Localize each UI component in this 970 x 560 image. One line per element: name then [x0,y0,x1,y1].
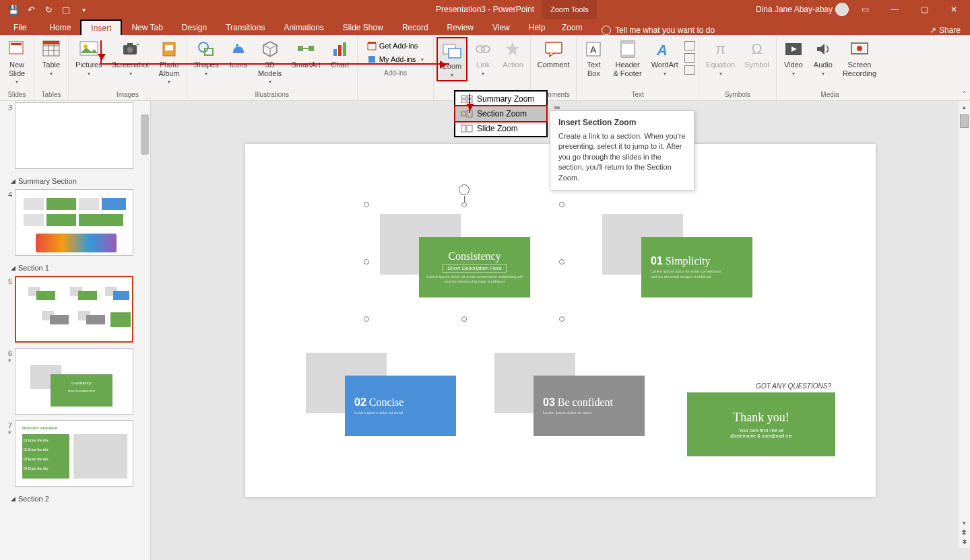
next-slide-icon[interactable]: ⯯ [959,538,970,548]
svg-rect-1 [11,43,22,45]
bulb-icon [602,26,611,35]
zoom-card-consistency[interactable]: Consistency Short Description Here Lorem… [380,214,542,308]
user-avatar[interactable] [835,3,849,16]
ruler-marker [554,106,560,109]
section-header-2[interactable]: ◢Section 2 [0,491,150,505]
get-addins-button[interactable]: Get Add-ins [363,40,428,52]
document-title: Presentation3 - PowerPoint [436,5,534,14]
group-text: A Text Box Header & Footer A WordArt ▾ T… [577,35,699,100]
tab-insert[interactable]: Insert [80,20,122,36]
resize-handle[interactable] [559,202,564,207]
tab-slideshow[interactable]: Slide Show [333,20,393,35]
svg-rect-28 [449,48,461,58]
screen-recording-button[interactable]: Screen Recording [839,37,880,79]
tab-help[interactable]: Help [519,20,555,35]
tab-view[interactable]: View [483,20,519,35]
svg-rect-36 [621,55,635,57]
svg-rect-48 [467,125,472,132]
slide-thumbnail-4[interactable] [15,189,133,256]
resize-handle[interactable] [364,202,369,207]
video-button[interactable]: Video ▾ [779,37,808,79]
tab-design[interactable]: Design [172,20,216,35]
collapse-ribbon-icon[interactable]: ˄ [963,90,966,98]
tab-review[interactable]: Review [438,20,483,35]
shapes-button[interactable]: Shapes ▾ [190,37,223,79]
minimize-icon[interactable]: — [881,0,908,19]
zoom-card-simplicity[interactable]: 01Simplicity Lorem ipsum dolor sit amet … [602,214,764,308]
symbol-icon: Ω [747,39,767,59]
svg-rect-12 [127,43,133,46]
slide-thumbnail-6[interactable]: Consistency Short Description Here [15,348,133,415]
scroll-up-icon[interactable]: ▴ [959,101,970,113]
tab-file[interactable]: File [0,20,40,35]
side-scrollbar-thumb[interactable] [141,114,149,155]
resize-handle[interactable] [461,316,467,322]
resize-handle[interactable] [559,259,564,265]
tab-newtab[interactable]: New Tab [122,20,172,35]
icons-button[interactable]: Icons [224,37,253,71]
group-slides: New Slide ▾ Slides [0,35,34,100]
ribbon-display-icon[interactable]: ▭ [851,0,878,19]
slide-number: 3 [4,102,12,112]
zoom-card-confident[interactable]: 03Be confident Lorem ipsum dolor sit ame… [494,353,656,447]
resize-handle[interactable] [364,259,369,265]
slide-canvas[interactable]: Consistency Short Description Here Lorem… [245,144,876,497]
prev-slide-icon[interactable]: ⯭ [959,529,970,538]
tab-home[interactable]: Home [40,20,80,35]
wordart-button[interactable]: A WordArt ▾ [647,37,682,79]
share-button[interactable]: ↗ Share [930,26,961,35]
close-icon[interactable]: ✕ [940,0,967,19]
annotation-arrow-down-2 [469,94,470,113]
side-scrollbar[interactable] [139,101,150,560]
tab-zoom[interactable]: Zoom [552,20,592,35]
scroll-down-icon[interactable]: ▾ [959,520,970,529]
zoom-button[interactable]: Zoom ▾ [437,37,467,81]
slide-number: 5 [4,276,12,285]
slide-thumbnail-7[interactable]: REPORT AGENDA 01 Enter the title 02 Ente… [15,420,133,487]
tooltip-title: Insert Section Zoom [558,118,686,127]
resize-handle[interactable] [364,316,369,322]
chart-button[interactable]: Chart [326,37,354,71]
tooltip: Insert Section Zoom Create a link to a s… [550,110,694,190]
tab-animations[interactable]: Animations [274,20,333,35]
slide-thumbnail-3[interactable] [15,102,133,169]
group-images: Pictures ▾ + Screenshot ▾ Photo Album ▾ … [69,35,187,100]
svg-rect-19 [298,46,303,51]
photo-album-button[interactable]: Photo Album ▾ [154,37,183,87]
object-button[interactable] [684,65,695,75]
rotation-handle[interactable] [459,184,470,195]
zoom-card-concise[interactable]: 02Concise Lorem ipsum dolor sit amet [306,353,467,447]
tab-transitions[interactable]: Transitions [216,20,274,35]
quick-access-toolbar: 💾 ↶ ↻ ▢ ▾ [0,1,92,18]
3d-models-button[interactable]: 3D Models ▾ [254,37,286,87]
svg-point-30 [482,46,490,53]
start-from-beginning-icon[interactable]: ▢ [58,1,74,18]
section-header-summary[interactable]: ◢Summary Section [0,173,150,188]
audio-button[interactable]: Audio ▾ [809,37,837,79]
undo-icon[interactable]: ↶ [23,1,39,18]
smartart-button[interactable]: SmartArt [287,37,324,71]
slide-zoom-item[interactable]: Slide Zoom [455,121,546,136]
header-footer-button[interactable]: Header & Footer [609,37,645,79]
text-box-button[interactable]: A Text Box [579,37,608,79]
main-scrollbar[interactable]: ▴ ▾ ⯭ ⯯ [958,101,970,548]
svg-rect-35 [621,41,635,44]
date-time-button[interactable] [684,41,695,50]
table-button[interactable]: Table ▾ [37,37,65,79]
tell-me-search[interactable]: Tell me what you want to do [602,26,715,35]
redo-icon[interactable]: ↻ [40,1,57,18]
slide-number-button[interactable] [684,53,695,63]
tab-record[interactable]: Record [393,20,438,35]
screenshot-button[interactable]: + Screenshot ▾ [108,37,154,79]
save-icon[interactable]: 💾 [5,1,22,18]
slide-thumbnail-5[interactable] [15,276,133,343]
maximize-icon[interactable]: ▢ [911,0,938,19]
resize-handle[interactable] [461,202,467,207]
scrollbar-thumb[interactable] [960,114,969,128]
customize-qat-icon[interactable]: ▾ [75,1,92,18]
resize-handle[interactable] [559,316,564,322]
comment-button[interactable]: Comment [534,37,574,71]
zoom-card-thankyou[interactable]: GOT ANY QUESTIONS? Thank you! You can fi… [687,382,835,470]
section-header-1[interactable]: ◢Section 1 [0,260,150,275]
new-slide-button[interactable]: New Slide ▾ [3,37,31,87]
